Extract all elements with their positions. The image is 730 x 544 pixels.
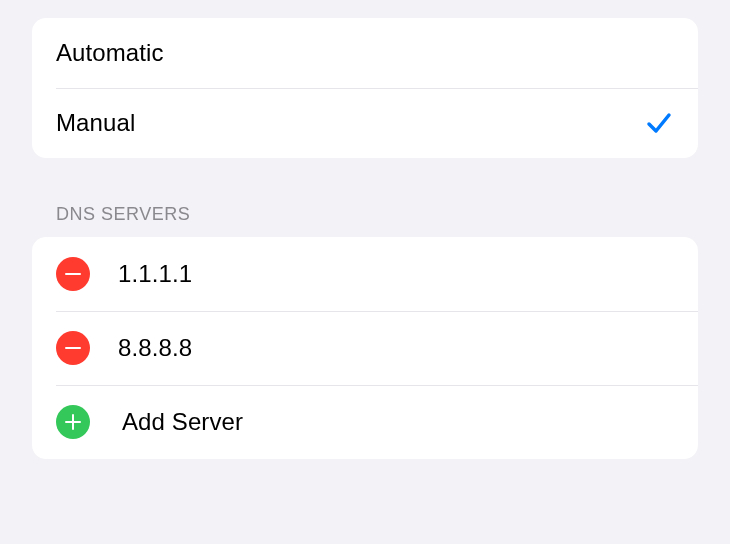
- dns-servers-group: 1.1.1.1 8.8.8.8 Add Server: [32, 237, 698, 459]
- add-server-row[interactable]: Add Server: [32, 385, 698, 459]
- add-server-label: Add Server: [122, 408, 243, 436]
- minus-icon: [65, 273, 81, 276]
- dns-server-address: 8.8.8.8: [118, 334, 192, 362]
- dns-server-row[interactable]: 1.1.1.1: [32, 237, 698, 311]
- dns-mode-automatic[interactable]: Automatic: [32, 18, 698, 88]
- dns-server-address: 1.1.1.1: [118, 260, 192, 288]
- plus-icon: [72, 414, 75, 430]
- add-server-button[interactable]: [56, 405, 90, 439]
- dns-servers-header: DNS SERVERS: [32, 158, 698, 237]
- mode-label-manual: Manual: [56, 109, 135, 137]
- minus-icon: [65, 347, 81, 350]
- dns-server-row[interactable]: 8.8.8.8: [32, 311, 698, 385]
- dns-mode-group: Automatic Manual: [32, 18, 698, 158]
- remove-server-button[interactable]: [56, 331, 90, 365]
- remove-server-button[interactable]: [56, 257, 90, 291]
- mode-label-automatic: Automatic: [56, 39, 164, 67]
- dns-mode-manual[interactable]: Manual: [32, 88, 698, 158]
- checkmark-icon: [644, 108, 674, 138]
